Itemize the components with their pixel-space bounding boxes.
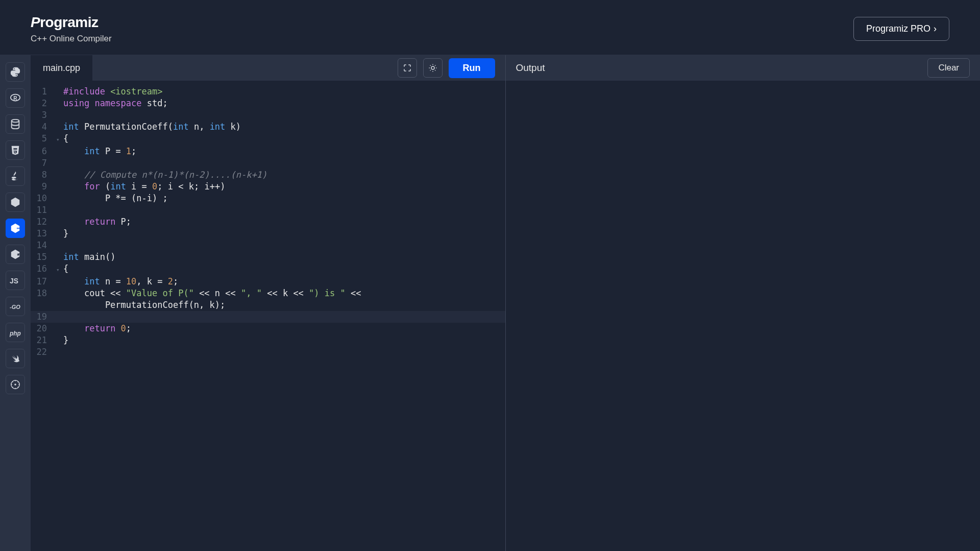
- clear-button[interactable]: Clear: [927, 58, 970, 78]
- code-editor[interactable]: 1#include <iostream>2using namespace std…: [31, 81, 505, 551]
- fold-marker: [56, 109, 63, 121]
- output-panel: Output Clear: [506, 55, 981, 551]
- code-line[interactable]: 14: [31, 239, 505, 251]
- sun-icon: [428, 63, 437, 73]
- code-text: cout << "Value of P(" << n << ", " << k …: [63, 288, 505, 299]
- fullscreen-icon: [403, 63, 412, 73]
- code-text: }: [63, 228, 505, 239]
- svg-text:R: R: [13, 95, 17, 101]
- line-number: 12: [31, 216, 56, 228]
- lang-html-icon[interactable]: [6, 140, 25, 160]
- theme-toggle-button[interactable]: [423, 58, 443, 78]
- code-text: int main(): [63, 251, 505, 263]
- line-number: 2: [31, 98, 56, 109]
- main-content: RJS-GOphp main.cpp Run 1#include <iostre…: [0, 55, 980, 551]
- code-line[interactable]: 13}: [31, 228, 505, 239]
- code-text: }: [63, 334, 505, 346]
- output-area: [506, 81, 981, 551]
- lang-sql-icon[interactable]: [6, 114, 25, 134]
- line-number: 9: [31, 181, 56, 193]
- line-number: 18: [31, 288, 56, 299]
- code-line[interactable]: 3: [31, 109, 505, 121]
- code-text: P *= (n-i) ;: [63, 193, 505, 204]
- run-button[interactable]: Run: [449, 58, 495, 78]
- line-number: 14: [31, 239, 56, 251]
- lang-javascript-icon[interactable]: JS: [6, 271, 25, 290]
- line-number: 21: [31, 334, 56, 346]
- line-number: 19: [31, 311, 56, 323]
- line-number: 22: [31, 346, 56, 358]
- code-line[interactable]: 1#include <iostream>: [31, 86, 505, 98]
- lang-swift-icon[interactable]: [6, 349, 25, 368]
- svg-text:JS: JS: [10, 277, 18, 285]
- code-line[interactable]: 5▾{: [31, 133, 505, 146]
- fold-marker: [56, 228, 63, 239]
- line-number: 8: [31, 169, 56, 181]
- code-line[interactable]: 19: [31, 311, 505, 323]
- code-line[interactable]: 21}: [31, 334, 505, 346]
- line-number: 17: [31, 276, 56, 288]
- lang-csharp-icon[interactable]: [6, 245, 25, 264]
- code-line[interactable]: 11: [31, 204, 505, 216]
- code-text: [63, 239, 505, 251]
- code-line[interactable]: 18 cout << "Value of P(" << n << ", " <<…: [31, 288, 505, 299]
- svg-point-2: [12, 119, 19, 123]
- svg-text:php: php: [10, 330, 21, 337]
- fold-marker: [56, 157, 63, 169]
- line-number: 11: [31, 204, 56, 216]
- fold-marker: [56, 86, 63, 98]
- code-line[interactable]: 8 // Compute n*(n-1)*(n-2)....(n-k+1): [31, 169, 505, 181]
- fold-marker: [56, 239, 63, 251]
- lang-c-icon[interactable]: [6, 193, 25, 212]
- lang-python-icon[interactable]: [6, 62, 25, 82]
- code-text: return 0;: [63, 323, 505, 334]
- line-number: 20: [31, 323, 56, 334]
- code-line[interactable]: 4int PermutationCoeff(int n, int k): [31, 121, 505, 133]
- logo: PProgramizrogramiz: [31, 14, 112, 31]
- code-line[interactable]: 9 for (int i = 0; i < k; i++): [31, 181, 505, 193]
- output-label: Output: [516, 62, 545, 74]
- fold-marker: [56, 204, 63, 216]
- code-text: PermutationCoeff(n, k);: [63, 299, 505, 311]
- lang-php-icon[interactable]: php: [6, 323, 25, 342]
- line-number: 6: [31, 146, 56, 157]
- line-number: 7: [31, 157, 56, 169]
- code-line[interactable]: 7: [31, 157, 505, 169]
- code-line[interactable]: 20 return 0;: [31, 323, 505, 334]
- lang-r-icon[interactable]: R: [6, 88, 25, 108]
- code-line[interactable]: 16▾{: [31, 263, 505, 276]
- svg-point-8: [431, 66, 434, 69]
- code-text: for (int i = 0; i < k; i++): [63, 181, 505, 193]
- lang-java-icon[interactable]: [6, 166, 25, 186]
- code-line[interactable]: 10 P *= (n-i) ;: [31, 193, 505, 204]
- code-line[interactable]: 6 int P = 1;: [31, 146, 505, 157]
- code-text: using namespace std;: [63, 98, 505, 109]
- code-line[interactable]: PermutationCoeff(n, k);: [31, 299, 505, 311]
- line-number: 10: [31, 193, 56, 204]
- code-text: [63, 346, 505, 358]
- fold-marker: [56, 346, 63, 358]
- lang-cpp-icon[interactable]: [6, 219, 25, 238]
- fold-marker: [56, 216, 63, 228]
- chevron-right-icon: ›: [934, 23, 937, 34]
- fullscreen-button[interactable]: [398, 58, 417, 78]
- programiz-pro-button[interactable]: Programiz PRO ›: [853, 17, 949, 41]
- fold-marker: [56, 276, 63, 288]
- logo-section: PProgramizrogramiz C++ Online Compiler: [31, 14, 112, 44]
- code-text: [63, 109, 505, 121]
- code-line[interactable]: 17 int n = 10, k = 2;: [31, 276, 505, 288]
- lang-rust-icon[interactable]: [6, 375, 25, 394]
- fold-marker[interactable]: ▾: [56, 133, 63, 146]
- code-text: int P = 1;: [63, 146, 505, 157]
- code-line[interactable]: 2using namespace std;: [31, 98, 505, 109]
- fold-marker: [56, 334, 63, 346]
- line-number: 15: [31, 251, 56, 263]
- fold-marker[interactable]: ▾: [56, 263, 63, 276]
- code-line[interactable]: 22: [31, 346, 505, 358]
- line-number: 1: [31, 86, 56, 98]
- file-tab[interactable]: main.cpp: [31, 55, 92, 81]
- code-text: int n = 10, k = 2;: [63, 276, 505, 288]
- code-line[interactable]: 15int main(): [31, 251, 505, 263]
- code-line[interactable]: 12 return P;: [31, 216, 505, 228]
- lang-go-icon[interactable]: -GO: [6, 297, 25, 316]
